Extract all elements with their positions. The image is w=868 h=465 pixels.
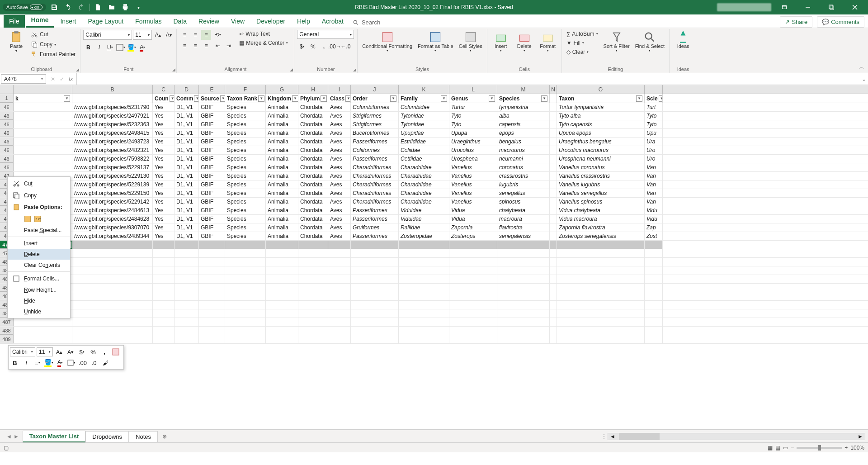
data-cell[interactable] [550,155,557,163]
data-cell[interactable]: Urosphena [449,155,497,163]
data-cell[interactable]: Tytonidae [399,112,449,120]
data-cell[interactable] [550,120,557,128]
minimize-button[interactable] [797,0,818,14]
empty-cell[interactable] [497,275,550,283]
empty-cell[interactable] [550,309,557,318]
empty-cell[interactable] [199,266,225,275]
close-button[interactable] [844,0,865,14]
filter-dropdown-icon[interactable]: ▼ [194,95,199,102]
data-cell[interactable]: Van [645,189,663,197]
data-cell[interactable]: Species [225,223,266,232]
data-cell[interactable]: Van [645,163,663,171]
empty-cell[interactable] [72,258,153,266]
empty-cell[interactable] [72,275,153,283]
mini-bold-icon[interactable]: B [10,358,20,368]
data-cell[interactable]: /www.gbif.org/species/7593822 [72,155,153,163]
data-cell[interactable]: Vanellus [449,198,497,206]
empty-cell[interactable] [328,284,351,292]
data-cell[interactable]: Animalia [266,146,298,154]
empty-cell[interactable] [449,301,497,309]
empty-cell[interactable] [153,258,175,266]
tab-formulas[interactable]: Formulas [130,15,167,28]
data-cell[interactable]: Chordata [298,223,328,232]
paste-button[interactable]: Paste▾ [5,30,27,54]
accounting-format-icon[interactable]: $▾ [297,42,307,52]
data-cell[interactable]: GBIF [199,180,225,189]
data-cell[interactable]: Columbidae [399,103,449,111]
data-cell[interactable]: Upupidae [399,129,449,137]
empty-cell[interactable] [550,275,557,283]
data-cell[interactable]: Animalia [266,155,298,163]
empty-cell[interactable] [328,266,351,275]
data-cell[interactable]: Animalia [266,129,298,137]
tab-review[interactable]: Review [193,15,225,28]
data-cell[interactable]: Uro [645,155,663,163]
data-cell[interactable]: Charadriiformes [351,180,399,189]
data-cell[interactable] [14,163,72,171]
autosum-button[interactable]: ∑ AutoSum ▾ [565,30,600,38]
border-button[interactable]: ▾ [116,43,126,52]
data-cell[interactable]: Urocolius macrourus [557,146,645,154]
data-cell[interactable]: coronatus [497,163,550,171]
empty-cell[interactable] [72,249,153,257]
sheet-tab[interactable]: Dropdowns [85,431,129,442]
column-header[interactable] [14,85,72,94]
filter-dropdown-icon[interactable]: ▼ [220,95,225,102]
data-cell[interactable]: Upupa [449,129,497,137]
data-cell[interactable]: Yes [153,232,175,240]
empty-cell[interactable] [266,309,298,318]
empty-cell[interactable] [298,318,328,326]
empty-cell[interactable] [153,284,175,292]
empty-cell[interactable] [225,249,266,257]
data-cell[interactable]: alba [497,112,550,120]
empty-cell[interactable] [399,258,449,266]
data-cell[interactable]: Chordata [298,163,328,171]
empty-cell[interactable] [266,249,298,257]
data-cell[interactable]: Tyto capensis [557,120,645,128]
share-button[interactable]: ↗Share [780,16,812,28]
empty-cell[interactable] [645,335,663,343]
data-cell[interactable]: Coliidae [399,146,449,154]
data-cell[interactable] [14,129,72,137]
column-header[interactable]: L [449,85,497,94]
data-cell[interactable]: /www.gbif.org/species/2482321 [72,146,153,154]
formula-input[interactable] [76,73,860,85]
mini-accounting-icon[interactable]: $▾ [77,347,87,357]
insert-cells-button[interactable]: Insert▾ [490,30,512,53]
data-cell[interactable]: Animalia [266,112,298,120]
filter-header-cell[interactable]: Kingdom▼ [266,94,298,103]
empty-cell[interactable] [266,275,298,283]
row-header[interactable]: 488 [0,327,14,335]
data-cell[interactable] [550,180,557,189]
data-cell[interactable]: D1, V1 [175,206,199,214]
empty-cell[interactable] [645,292,663,300]
align-bottom-icon[interactable]: ≡ [201,30,211,40]
data-cell[interactable]: Zosterops [449,232,497,240]
data-cell[interactable]: Yes [153,155,175,163]
empty-cell[interactable] [175,275,199,283]
data-cell[interactable]: Passeriformes [351,232,399,240]
empty-cell[interactable] [449,249,497,257]
empty-cell[interactable] [328,309,351,318]
row-header[interactable]: 46 [0,146,14,154]
data-cell[interactable]: Vidua [449,215,497,223]
expand-formula-bar-icon[interactable]: ⌄ [860,73,868,85]
empty-cell[interactable] [351,249,399,257]
fx-enter-icon[interactable]: ✓ [60,76,64,82]
empty-cell[interactable] [351,284,399,292]
empty-cell[interactable] [399,301,449,309]
data-cell[interactable]: Tyto [449,112,497,120]
empty-cell[interactable] [557,301,645,309]
data-cell[interactable]: Aves [328,129,351,137]
data-cell[interactable]: Viduidae [399,206,449,214]
ribbon-mode-icon[interactable] [774,0,795,14]
empty-cell[interactable] [351,318,399,326]
empty-cell[interactable] [399,266,449,275]
data-cell[interactable]: D1, V1 [175,129,199,137]
empty-cell[interactable] [153,335,175,343]
data-cell[interactable]: Zapornia [449,223,497,232]
empty-cell[interactable] [175,327,199,335]
data-cell[interactable]: Species [225,146,266,154]
ctx-paste-special[interactable]: Paste Special... [8,225,70,236]
data-cell[interactable]: /www.gbif.org/species/5229139 [72,180,153,189]
